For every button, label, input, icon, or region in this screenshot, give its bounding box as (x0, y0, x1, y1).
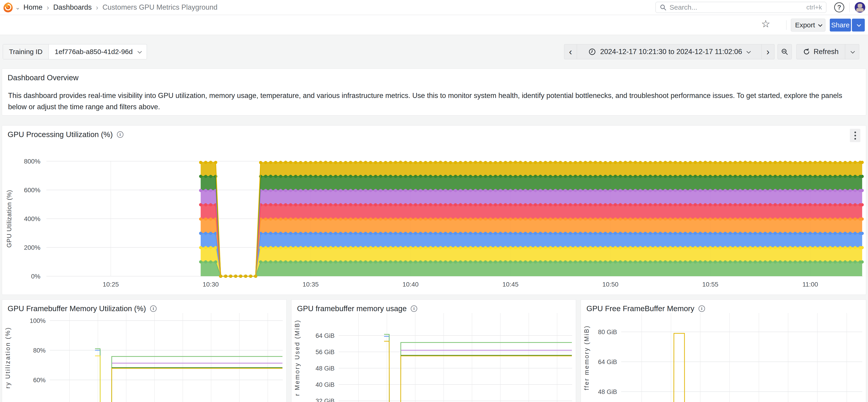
search-input[interactable] (670, 3, 806, 11)
series-point (374, 175, 377, 178)
series-point (339, 232, 342, 235)
series-point (264, 232, 267, 235)
series-point (769, 232, 772, 235)
org-switcher-chevron-icon[interactable]: ⌄ (15, 4, 20, 11)
info-icon[interactable]: i (150, 305, 157, 312)
series-point (809, 246, 812, 249)
series-point (554, 232, 557, 235)
series-point (319, 189, 322, 192)
help-icon[interactable]: ? (834, 2, 844, 12)
framebuffer-usage-panel-title[interactable]: GPU framebuffer memory usage (297, 304, 407, 313)
grafana-logo-icon[interactable] (3, 2, 13, 13)
free-framebuffer-panel-title[interactable]: GPU Free FrameBuffer Memory (586, 304, 694, 313)
series-point (749, 217, 752, 221)
framebuffer-usage-line-chart[interactable]: 64 GiB56 GiB48 GiB40 GiB32 GiBr Memory U… (291, 313, 576, 402)
series-point (384, 175, 387, 178)
series-point (659, 161, 662, 164)
series-point (374, 246, 377, 249)
series-point (274, 161, 277, 164)
refresh-button[interactable]: Refresh (796, 44, 845, 59)
series-point (559, 175, 562, 178)
series-point (788, 175, 792, 178)
series-point (429, 232, 432, 235)
series-point (724, 232, 727, 235)
favorite-star-icon[interactable]: ☆ (761, 19, 770, 29)
search-box[interactable]: ctrl+k (655, 2, 826, 13)
series-point (644, 161, 647, 164)
series-point (399, 217, 402, 221)
series-point (274, 260, 277, 264)
series-point (574, 203, 577, 206)
user-avatar[interactable] (855, 2, 865, 13)
series-point (204, 161, 207, 164)
y-tick-label: 64 GiB (598, 359, 617, 365)
series-point (644, 246, 647, 249)
series-point (409, 260, 412, 264)
y-tick-label: 800% (24, 158, 40, 165)
zoom-out-time-button[interactable] (777, 44, 792, 59)
series-point (309, 203, 312, 206)
series-point (514, 246, 517, 249)
y-tick-label: 60% (33, 377, 45, 383)
series-point (329, 260, 332, 264)
gpu-utilization-stacked-area-chart[interactable]: 800%600%400%200%0%10:2510:3010:3510:4010… (2, 143, 866, 292)
refresh-interval-caret-button[interactable] (845, 44, 859, 59)
series-point (594, 217, 597, 221)
series-point (454, 246, 457, 249)
series-point (424, 203, 427, 206)
series-point (549, 161, 552, 164)
breadcrumb-dashboards[interactable]: Dashboards (53, 3, 92, 11)
series-point (784, 189, 787, 192)
series-point (419, 203, 422, 206)
share-button[interactable]: Share (830, 19, 851, 32)
series-point (369, 189, 372, 192)
time-range-picker-button[interactable]: 2024-12-17 10:21:30 to 2024-12-17 11:02:… (577, 44, 762, 59)
series-point (469, 217, 472, 221)
series-point (484, 203, 487, 206)
series-point (709, 246, 712, 249)
info-icon[interactable]: i (411, 305, 417, 312)
series-point (679, 217, 682, 221)
info-icon[interactable]: i (699, 305, 705, 312)
series-point (469, 175, 472, 178)
series-point (758, 161, 762, 164)
series-point (839, 217, 842, 221)
series-point (489, 260, 492, 264)
framebuffer-util-panel-title[interactable]: GPU Framebuffer Memory Utilization (%) (8, 304, 146, 313)
framebuffer-util-line-chart[interactable]: 100%80%60%ry Utilization (%) (2, 313, 286, 402)
series-point (854, 260, 857, 264)
series-point (724, 189, 727, 192)
series-point (579, 246, 582, 249)
time-shift-back-button[interactable]: ‹ (564, 44, 577, 59)
series-point (399, 175, 402, 178)
share-menu-caret-button[interactable] (852, 19, 865, 32)
series-point (594, 175, 597, 178)
info-icon[interactable]: i (117, 131, 123, 138)
time-shift-forward-button[interactable]: › (762, 44, 775, 59)
series-point (744, 203, 747, 206)
series-point (564, 175, 567, 178)
series-point (429, 161, 432, 164)
series-point (409, 175, 412, 178)
series-point (829, 189, 832, 192)
series-point (239, 275, 242, 278)
series-point (729, 260, 732, 264)
panel-menu-kebab-icon[interactable] (850, 129, 860, 142)
series-point (814, 260, 817, 264)
series-point (679, 246, 682, 249)
export-button[interactable]: Export (791, 19, 826, 32)
breadcrumb-home[interactable]: Home (24, 3, 42, 11)
free-framebuffer-line-chart[interactable]: 80 GiB64 GiB48 GiBffer memory (MiB) (581, 313, 866, 402)
series-point (589, 189, 592, 192)
gpu-utilization-panel-title[interactable]: GPU Processing Utilization (%) (8, 130, 113, 139)
series-point (539, 189, 542, 192)
series-point (804, 203, 807, 206)
series-point (329, 175, 332, 178)
series-point (319, 232, 322, 235)
series-point (509, 189, 512, 192)
series-point (844, 217, 847, 221)
series-point (861, 175, 864, 178)
training-id-select[interactable]: 1ef776ab-a850-41d2-96d (49, 44, 147, 59)
series-point (274, 232, 277, 235)
series-point (469, 232, 472, 235)
